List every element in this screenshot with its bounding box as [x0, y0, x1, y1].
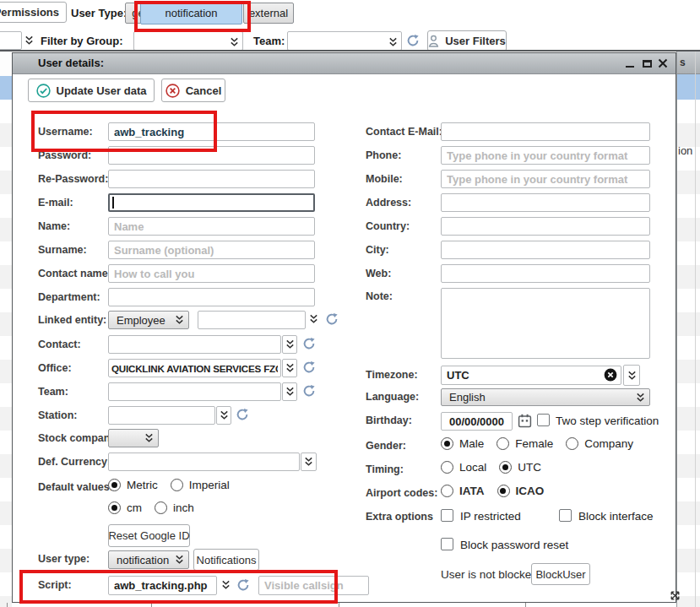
phone-input[interactable]	[441, 146, 650, 165]
refresh-icon[interactable]	[302, 337, 316, 350]
block-password-reset-label: Block password reset	[460, 539, 568, 551]
chevron-down-icon[interactable]	[230, 37, 239, 47]
station-dropdown-trigger[interactable]	[216, 406, 231, 425]
contact-email-label: Contact E-Mail:	[366, 126, 442, 138]
station-input[interactable]	[108, 406, 215, 425]
refresh-icon[interactable]	[302, 360, 316, 374]
chevron-down-icon[interactable]	[388, 37, 398, 47]
language-label: Language:	[366, 391, 419, 403]
notifications-button-label: Notifications	[197, 554, 257, 566]
password-input[interactable]	[108, 146, 315, 165]
web-input[interactable]	[441, 264, 650, 283]
contact-input[interactable]	[108, 335, 281, 354]
block-interface-checkbox[interactable]	[559, 509, 572, 522]
tab-external[interactable]: external	[243, 3, 294, 24]
two-step-verification-label: Two step verification	[556, 415, 659, 427]
office-input[interactable]	[108, 359, 281, 377]
timezone-dropdown-trigger[interactable]	[623, 365, 640, 386]
chevron-down-icon[interactable]	[221, 580, 231, 590]
address-label: Address:	[366, 197, 411, 209]
city-input[interactable]	[441, 241, 650, 259]
team-input[interactable]	[108, 382, 281, 401]
department-input[interactable]	[108, 288, 315, 306]
team-dropdown-trigger[interactable]	[282, 382, 297, 401]
metric-radio[interactable]	[108, 479, 121, 491]
check-circle-icon	[36, 84, 51, 98]
refresh-icon[interactable]	[325, 312, 339, 326]
def-currency-input[interactable]	[108, 453, 300, 471]
block-user-button[interactable]: BlockUser	[531, 563, 590, 585]
resize-handle-icon[interactable]	[670, 590, 681, 601]
group-filter-select[interactable]	[133, 31, 243, 51]
team-filter-select[interactable]	[287, 31, 402, 51]
linked-entity-type-select[interactable]: Employee	[108, 311, 189, 329]
contact-name-input[interactable]	[108, 264, 315, 283]
icao-radio[interactable]	[497, 485, 510, 497]
airport-codes-radio-group: IATA ICAO	[441, 485, 556, 497]
close-icon[interactable]	[658, 58, 668, 68]
script-input[interactable]	[108, 576, 217, 595]
contact-email-input[interactable]	[441, 122, 650, 141]
def-currency-dropdown-trigger[interactable]	[301, 453, 317, 471]
birthday-input[interactable]	[441, 412, 513, 431]
dialog-titlebar[interactable]: User details:	[13, 53, 676, 74]
surname-input[interactable]	[108, 241, 315, 259]
cm-radio[interactable]	[108, 501, 121, 514]
email-input[interactable]	[108, 193, 315, 212]
language-select[interactable]: English	[441, 388, 650, 406]
address-input[interactable]	[441, 193, 650, 212]
female-label: Female	[515, 437, 553, 450]
notifications-button[interactable]: Notifications	[193, 549, 259, 571]
update-user-data-button[interactable]: Update User data	[28, 79, 155, 102]
note-textarea[interactable]	[441, 288, 650, 359]
airport-codes-label: Airport codes:	[366, 487, 437, 499]
linked-entity-type-value: Employee	[117, 314, 166, 327]
stock-company-select[interactable]	[108, 429, 159, 447]
imperial-radio[interactable]	[171, 479, 183, 491]
minimize-icon[interactable]	[626, 66, 634, 68]
block-password-reset-checkbox[interactable]	[441, 538, 453, 550]
two-step-verification-checkbox[interactable]	[537, 414, 550, 426]
user-type-select[interactable]: notification	[108, 550, 189, 569]
username-input[interactable]	[108, 122, 315, 141]
permissions-button[interactable]: y Permissions	[0, 2, 67, 23]
tab-notification[interactable]: notification	[140, 2, 242, 24]
clear-icon[interactable]	[604, 368, 617, 382]
iata-radio[interactable]	[441, 485, 453, 497]
contact-dropdown-trigger[interactable]	[282, 335, 297, 354]
chevron-down-icon[interactable]	[309, 314, 318, 324]
ip-restricted-checkbox[interactable]	[441, 509, 453, 522]
inch-radio[interactable]	[155, 501, 167, 514]
cutoff-select[interactable]	[0, 31, 22, 50]
reset-google-id-button[interactable]: Reset Google ID	[108, 524, 190, 547]
office-dropdown-trigger[interactable]	[282, 359, 297, 377]
refresh-icon[interactable]	[406, 34, 420, 47]
column-border	[7, 603, 8, 607]
re-password-input[interactable]	[108, 170, 315, 188]
female-radio[interactable]	[497, 437, 509, 450]
background-table-right-strip: s ion	[676, 51, 700, 607]
cancel-button[interactable]: Cancel	[161, 79, 225, 102]
local-radio[interactable]	[441, 461, 453, 474]
chevron-down-icon[interactable]	[24, 35, 34, 46]
company-radio[interactable]	[566, 437, 578, 450]
name-input[interactable]	[108, 217, 315, 236]
background-table-left-strip	[0, 51, 12, 607]
timezone-input[interactable]	[441, 366, 621, 385]
block-status-text: User is not blocked	[441, 568, 538, 581]
user-filters-button[interactable]: User Filters	[427, 30, 507, 51]
linked-entity-input[interactable]	[198, 311, 306, 329]
timing-label: Timing:	[366, 463, 404, 475]
maximize-icon[interactable]	[643, 60, 652, 68]
male-radio[interactable]	[441, 437, 453, 450]
country-label: Country:	[366, 220, 410, 232]
calendar-icon[interactable]	[518, 414, 532, 428]
refresh-icon[interactable]	[302, 384, 316, 398]
country-input[interactable]	[441, 217, 650, 236]
re-password-label: Re-Password:	[38, 173, 108, 185]
visible-callsign-input[interactable]	[258, 576, 369, 595]
refresh-icon[interactable]	[236, 408, 249, 421]
mobile-input[interactable]	[441, 170, 650, 188]
utc-radio[interactable]	[499, 461, 512, 474]
refresh-icon[interactable]	[236, 578, 250, 592]
